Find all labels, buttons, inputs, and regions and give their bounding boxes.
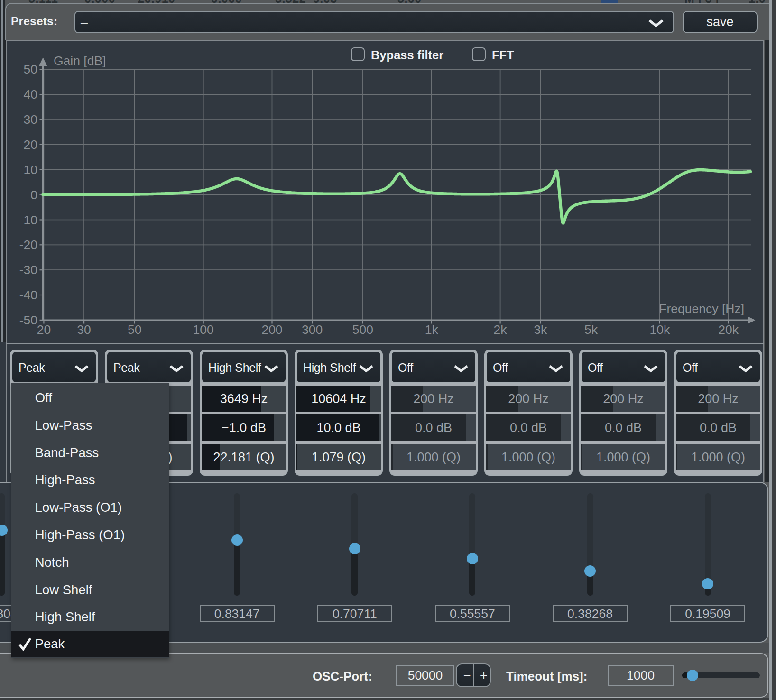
svg-text:-30: -30 [19,263,37,277]
svg-text:3k: 3k [534,322,547,337]
svg-text:20k: 20k [718,322,739,337]
svg-text:-40: -40 [19,288,37,302]
svg-text:50: 50 [24,62,37,76]
svg-text:0: 0 [30,188,37,202]
svg-text:300: 300 [302,322,323,337]
svg-text:-20: -20 [19,238,37,252]
svg-text:2k: 2k [494,322,508,337]
svg-text:20: 20 [37,322,51,337]
svg-text:Gain [dB]: Gain [dB] [54,54,106,68]
svg-text:10k: 10k [650,322,670,337]
svg-text:10: 10 [24,163,37,177]
svg-text:50: 50 [128,322,141,337]
svg-text:100: 100 [193,322,214,337]
svg-text:1k: 1k [425,322,439,337]
svg-text:5k: 5k [584,322,598,337]
svg-text:20: 20 [24,138,37,152]
svg-text:30: 30 [24,112,37,127]
svg-text:Frequency [Hz]: Frequency [Hz] [659,302,744,316]
svg-text:200: 200 [261,322,282,337]
svg-text:30: 30 [77,322,91,337]
svg-text:-50: -50 [19,313,37,327]
svg-text:40: 40 [24,87,37,101]
svg-text:500: 500 [352,322,373,337]
svg-text:-10: -10 [19,213,37,227]
